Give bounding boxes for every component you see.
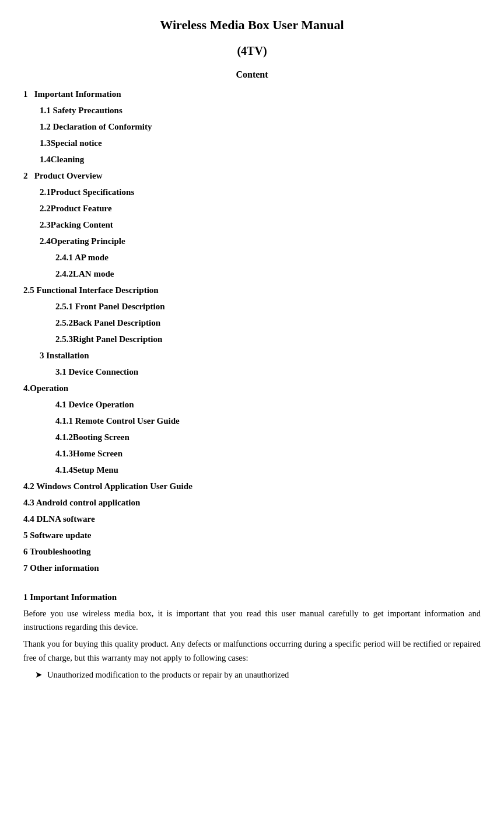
toc-item: 1.3Special notice xyxy=(40,136,481,150)
main-title: Wireless Media Box User Manual xyxy=(23,18,481,33)
toc-item: 4.1.2Booting Screen xyxy=(55,430,481,444)
toc-item: 2.4Operating Principle xyxy=(40,234,481,248)
toc-item: 4.4 DLNA software xyxy=(23,512,481,526)
toc-item: 2.4.2LAN mode xyxy=(55,267,481,281)
table-of-contents: 1 Important Information 1.1 Safety Preca… xyxy=(23,87,481,575)
toc-item: 2.5.2Back Panel Description xyxy=(55,316,481,330)
toc-item: 1 Important Information xyxy=(23,87,481,101)
bullet-text-1: Unauthorized modification to the product… xyxy=(47,668,289,682)
toc-item: 4.1 Device Operation xyxy=(55,397,481,411)
toc-item: 2.5.3Right Panel Description xyxy=(55,332,481,346)
toc-item: 2.4.1 AP mode xyxy=(55,250,481,264)
section1-title: 1 Important Information xyxy=(23,592,481,602)
content-heading: Content xyxy=(23,69,481,80)
toc-item: 2.5.1 Front Panel Description xyxy=(55,299,481,313)
toc-item: 2.1Product Specifications xyxy=(40,185,481,199)
toc-item: 4.2 Windows Control Application User Gui… xyxy=(23,479,481,493)
toc-item: 2.3Packing Content xyxy=(40,218,481,232)
body-paragraph-1: Before you use wireless media box, it is… xyxy=(23,607,481,634)
subtitle: (4TV) xyxy=(23,44,481,58)
toc-item: 2.2Product Feature xyxy=(40,201,481,215)
toc-item: 6 Troubleshooting xyxy=(23,545,481,559)
toc-item: 7 Other information xyxy=(23,561,481,575)
toc-item: 4.1.1 Remote Control User Guide xyxy=(55,414,481,428)
toc-item: 4.3 Android control application xyxy=(23,496,481,510)
toc-item: 4.Operation xyxy=(23,381,481,395)
toc-item: 2.5 Functional Interface Description xyxy=(23,283,481,297)
toc-item: 1.2 Declaration of Conformity xyxy=(40,120,481,134)
toc-item: 4.1.3Home Screen xyxy=(55,446,481,460)
toc-item: 3 Installation xyxy=(40,348,481,362)
bullet-item-1: ➤ Unauthorized modification to the produ… xyxy=(35,668,481,682)
toc-item: 2 Product Overview xyxy=(23,169,481,183)
body-paragraph-2: Thank you for buying this quality produc… xyxy=(23,637,481,664)
toc-item: 1.1 Safety Precautions xyxy=(40,103,481,117)
toc-item: 1.4Cleaning xyxy=(40,152,481,166)
toc-item: 3.1 Device Connection xyxy=(55,365,481,379)
toc-item: 4.1.4Setup Menu xyxy=(55,463,481,477)
toc-item: 5 Software update xyxy=(23,528,481,542)
bullet-arrow-icon: ➤ xyxy=(35,668,43,682)
